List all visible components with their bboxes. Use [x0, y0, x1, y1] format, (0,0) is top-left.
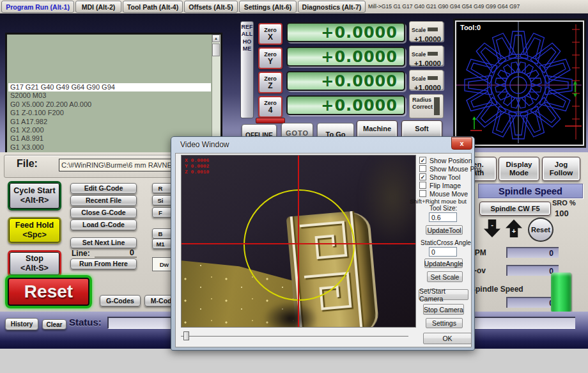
reverse-run-button-cut[interactable]: F: [152, 207, 171, 218]
flip-image-checkbox[interactable]: [419, 182, 426, 189]
axis-letter: 4: [268, 106, 273, 114]
gcode-line: G1 Z-0.100 F200: [8, 109, 211, 117]
ruler-marker-icon: [573, 81, 577, 97]
run-from-here-button[interactable]: Run From Here: [70, 258, 137, 269]
update-angle-button[interactable]: UpdateAngle: [424, 258, 463, 268]
set-next-line-button[interactable]: Set Next Line: [70, 237, 137, 248]
scrollbar-thumb[interactable]: [212, 44, 220, 56]
set-start-camera-button[interactable]: Set/Start Camera: [419, 289, 468, 300]
cycle-start-line2: <Alt-R>: [20, 196, 49, 205]
zero-x-button[interactable]: Zero X: [258, 23, 282, 45]
x-scale-box[interactable]: Scale +1.0000: [409, 21, 444, 42]
scroll-up-icon[interactable]: ▲: [212, 35, 220, 42]
zero-y-button[interactable]: Zero Y: [258, 47, 282, 69]
set-scale-button[interactable]: Set Scale: [427, 271, 463, 282]
ref-all-home-button[interactable]: REF ALL HOME: [240, 21, 254, 118]
zero-4-button[interactable]: Zero 4: [258, 96, 282, 118]
stop-camera-button[interactable]: Stop Camera: [423, 304, 464, 315]
cycle-start-button[interactable]: Cycle Start <Alt-R>: [8, 181, 61, 210]
active-gcode-modes: Mill->G15 G1 G17 G40 G21 G90 G94 G54 G49…: [368, 3, 585, 10]
slider-track: [181, 336, 408, 337]
rewind-button-cut[interactable]: R: [152, 183, 171, 193]
tab-diagnostics[interactable]: Diagnostics (Alt-7): [298, 1, 366, 13]
spindle-speed-label: Spindle Speed: [470, 285, 523, 294]
tool-shadow: [263, 301, 318, 328]
load-gcode-button[interactable]: Load G-Code: [70, 219, 137, 230]
tool-diameter-circle-overlay: [244, 189, 355, 301]
zero-z-button[interactable]: Zero Z: [258, 72, 282, 93]
tab-program-run[interactable]: Program Run (Alt-1): [1, 1, 74, 13]
show-tool-checkbox[interactable]: ✓: [419, 173, 426, 180]
tab-settings[interactable]: Settings (Alt-6): [239, 1, 297, 13]
scale-value: +1.0000: [412, 84, 441, 91]
close-gcode-button[interactable]: Close G-Code: [70, 207, 137, 218]
gcode-line: G1 A17.982: [8, 118, 211, 126]
show-mouse-pos-checkbox[interactable]: [419, 165, 426, 172]
flip-image-label: Flip Image: [429, 182, 461, 189]
jog-follow-line2: Follow: [550, 169, 573, 177]
static-cross-angle-label: StaticCross Angle: [421, 239, 471, 246]
rpm-dro: 0: [506, 247, 559, 258]
sro-reset-button[interactable]: Reset: [528, 218, 553, 242]
feed-hold-line2: <Spc>: [22, 230, 47, 240]
single-blk-button-cut[interactable]: Si: [152, 195, 171, 205]
y-axis-dro[interactable]: +0.0000: [286, 47, 405, 67]
crosshair-vertical-line: [298, 155, 299, 328]
reset-button[interactable]: Reset: [5, 275, 92, 308]
static-cross-angle-input[interactable]: 0: [429, 247, 457, 257]
radius-led: [434, 97, 440, 115]
tab-offsets[interactable]: Offsets (Alt-5): [184, 1, 238, 13]
spindle-cw-button[interactable]: Spindle CW F5: [479, 202, 551, 216]
close-icon[interactable]: x: [451, 137, 472, 150]
display-mode-button[interactable]: Display Mode: [499, 157, 539, 181]
ok-button[interactable]: OK: [423, 333, 472, 344]
scale-value: +1.0000: [412, 35, 441, 43]
overlay-x: X 0.0006: [185, 157, 209, 163]
mouse-move-label: Mouse Move: [429, 190, 468, 198]
slider-handle[interactable]: [183, 331, 189, 340]
x-axis-dro[interactable]: +0.0000: [286, 22, 405, 42]
jog-follow-button[interactable]: Jog Follow: [542, 157, 580, 181]
edit-gcode-button[interactable]: Edit G-Code: [70, 183, 137, 194]
m1-optional-stop-button-cut[interactable]: M1: [152, 239, 171, 249]
tab-bar: Program Run (Alt-1) MDI (Alt-2) Tool Pat…: [0, 0, 588, 15]
update-tool-button[interactable]: UpdateTool: [426, 225, 463, 235]
history-button[interactable]: History: [5, 318, 38, 330]
status-led: [256, 118, 285, 123]
axis-letter: Z: [268, 82, 272, 90]
y-scale-box[interactable]: Scale +1.0000: [409, 45, 444, 66]
g-codes-button[interactable]: G-Codes: [100, 295, 141, 306]
a-axis-dro[interactable]: +0.0000: [286, 95, 405, 115]
mach3-screen: Program Run (Alt-1) MDI (Alt-2) Tool Pat…: [0, 0, 588, 373]
stop-button[interactable]: Stop <Alt-S>: [8, 250, 61, 277]
gcode-line: G0 X5.000 Z0.200 A0.000: [8, 100, 211, 109]
tool-size-label: Tool Size:: [429, 205, 457, 212]
toolpath-rosette: [456, 22, 582, 143]
feed-hold-button[interactable]: Feed Hold <Spc>: [8, 217, 61, 244]
display-mode-line1: Display: [506, 161, 532, 169]
radius-correct-label: Radius Correct: [412, 97, 435, 110]
crosshair-horizontal-line: [182, 243, 416, 244]
scale-led: [428, 28, 438, 31]
video-slider[interactable]: [181, 331, 408, 341]
clear-button[interactable]: Clear: [42, 319, 66, 329]
jog-follow-line1: Jog: [555, 161, 568, 169]
axis-letter: X: [268, 33, 273, 41]
settings-button[interactable]: Settings: [426, 318, 463, 328]
tool-size-input[interactable]: 0.6: [429, 212, 457, 222]
tab-tool-path[interactable]: Tool Path (Alt-4): [123, 1, 183, 13]
overlay-z: Z 0.0010: [185, 169, 209, 175]
status-label: Status:: [69, 317, 102, 328]
mouse-move-checkbox[interactable]: [419, 190, 426, 197]
z-scale-box[interactable]: Scale +1.0000: [409, 70, 444, 90]
tab-mdi[interactable]: MDI (Alt-2): [75, 1, 121, 13]
stop-line1: Stop: [26, 254, 43, 264]
z-axis-dro[interactable]: +0.0000: [286, 71, 405, 91]
radius-correct-box[interactable]: Radius Correct: [409, 94, 444, 118]
block-delete-button-cut[interactable]: B: [152, 228, 171, 239]
shift-right-hint: Shift+Right moue but: [410, 198, 467, 205]
line-number-dro[interactable]: 0: [95, 248, 137, 258]
camera-feed[interactable]: X 0.0006 Y 0.0002 Z 0.0010: [181, 155, 416, 328]
show-position-checkbox[interactable]: ✓: [419, 157, 426, 164]
recent-file-button[interactable]: Recent File: [70, 195, 137, 206]
